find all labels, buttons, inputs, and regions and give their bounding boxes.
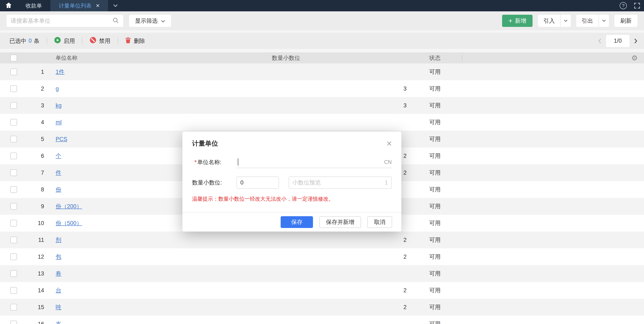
page-indicator: 1/0 [606,35,630,47]
add-label: 新增 [515,17,526,25]
row-checkbox[interactable] [10,304,17,310]
topbar: 收款单 计量单位列表 ✕ ? [0,0,644,11]
text-caret [238,158,238,166]
plus-icon: + [508,18,512,24]
row-checkbox[interactable] [10,270,17,277]
search-box[interactable] [6,15,123,27]
row-checkbox[interactable] [10,287,17,294]
add-button[interactable]: + 新增 [502,15,532,27]
toolbar-right-group: + 新增 引入 引出 刷新 [502,15,638,27]
topbar-spacer [123,0,616,11]
status-value: 可用 [417,119,462,126]
select-all-checkbox[interactable] [10,55,17,61]
unit-name-link[interactable]: 支 [56,321,61,324]
decimal-value: 2 [264,304,417,310]
row-checkbox[interactable] [10,220,17,226]
enable-button[interactable]: 启用 [54,37,75,45]
unit-name-link[interactable]: PCS [56,136,68,142]
prev-page-icon[interactable] [598,38,602,44]
row-number: 3 [27,102,44,109]
row-checkbox[interactable] [10,69,17,75]
disable-button[interactable]: 禁用 [90,37,110,45]
refresh-button[interactable]: 刷新 [614,15,638,27]
row-number: 12 [27,254,44,260]
row-checkbox[interactable] [10,186,17,193]
row-checkbox[interactable] [10,169,17,176]
lang-suffix-cn: CN [384,159,392,165]
export-split-button: 引出 [576,15,609,27]
row-checkbox[interactable] [10,203,17,210]
export-dropdown-chevron-icon[interactable] [599,15,609,27]
tab-receipt[interactable]: 收款单 [17,0,50,11]
preview-counter: 1 [385,179,388,186]
row-checkbox[interactable] [10,136,17,142]
row-number: 8 [27,186,44,193]
selected-prefix: 已选中 [10,37,26,45]
unit-name-link[interactable]: 1件 [56,69,64,75]
unit-name-link[interactable]: g [56,86,59,92]
unit-name-link[interactable]: 包 [56,254,61,260]
cancel-button[interactable]: 取消 [367,216,392,228]
tabs-dropdown-chevron-icon[interactable] [108,0,123,11]
row-checkbox[interactable] [10,237,17,243]
home-button[interactable] [0,0,17,11]
fullscreen-icon[interactable] [630,0,644,11]
status-value: 可用 [417,320,462,324]
unit-name-link[interactable]: 份（200） [56,203,82,209]
import-dropdown-chevron-icon[interactable] [561,15,571,27]
save-button[interactable]: 保存 [281,216,313,228]
selected-count: 已选中 0 条 [10,37,40,45]
tab-label: 收款单 [26,2,42,10]
dialog-close-icon[interactable] [386,141,392,146]
unit-name-link[interactable]: 件 [56,170,61,176]
delete-button[interactable]: 删除 [125,37,145,45]
close-tab-icon[interactable]: ✕ [96,3,100,9]
unit-name-link[interactable]: ml [56,119,62,125]
column-header-decimal[interactable]: 数量小数位 [264,54,417,62]
header-fill: ⚙ [462,54,644,62]
unit-name-link[interactable]: 份（500） [56,220,82,226]
dialog-header: 计量单位 [182,132,401,148]
status-value: 可用 [417,135,462,143]
preview-placeholder: 小数位预览 [292,179,321,186]
column-settings-gear-icon[interactable]: ⚙ [632,54,638,62]
row-checkbox[interactable] [10,85,17,92]
search-input[interactable] [11,18,112,24]
next-page-icon[interactable] [634,38,638,44]
unit-name-link[interactable]: kg [56,102,62,109]
table-row: 1 1件 可用 [0,64,644,80]
save-and-add-button[interactable]: 保存并新增 [319,216,361,228]
row-checkbox[interactable] [10,153,17,159]
unit-name-link[interactable]: 剂 [56,237,61,243]
help-icon[interactable]: ? [616,0,630,11]
export-button[interactable]: 引出 [576,15,598,27]
form-row-decimal: 数量小数位: 0 小数位预览 1 [192,176,392,189]
row-checkbox[interactable] [10,253,17,260]
dialog-footer: 保存 保存并新增 取消 [182,212,401,231]
unit-name-link[interactable]: 个 [56,153,61,159]
filter-button[interactable]: 显示筛选 [129,15,171,27]
dialog-body: *单位名称: CN 数量小数位: 0 小数位预览 1 温馨提示：数量小数位一经改… [182,156,401,202]
column-header-name[interactable]: 单位名称 [44,54,264,62]
import-button[interactable]: 引入 [538,15,560,27]
unit-name-link[interactable]: 份 [56,186,61,193]
unit-name-link[interactable]: 台 [56,287,61,293]
table-row: 12 包 2 可用 [0,248,644,265]
row-number: 7 [27,170,44,176]
decimal-preview-input[interactable]: 小数位预览 1 [288,176,392,189]
warning-text: 温馨提示：数量小数位一经改大无法改小，请一定谨慎修改。 [192,195,392,202]
unit-name-input[interactable]: CN [236,156,392,168]
row-checkbox[interactable] [10,321,17,324]
tab-unit-list[interactable]: 计量单位列表 ✕ [50,0,108,11]
filter-label: 显示筛选 [135,17,158,25]
search-icon[interactable] [112,17,119,25]
row-checkbox[interactable] [10,119,17,126]
table-row: 15 吨 2 可用 [0,299,644,315]
row-number: 6 [27,153,44,159]
unit-name-link[interactable]: 卷 [56,270,61,277]
column-header-status[interactable]: 状态 [417,54,462,62]
unit-name-link[interactable]: 吨 [56,304,61,310]
row-checkbox[interactable] [10,102,17,109]
row-number: 14 [27,287,44,294]
decimal-places-input[interactable]: 0 [236,176,279,189]
